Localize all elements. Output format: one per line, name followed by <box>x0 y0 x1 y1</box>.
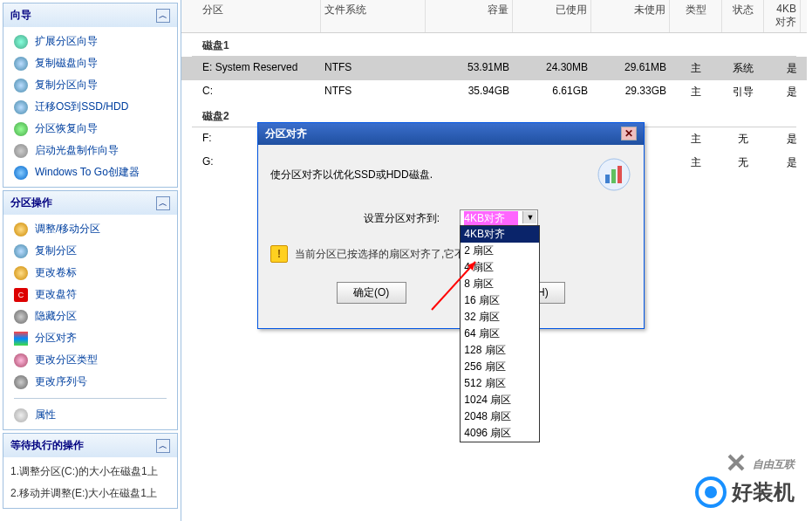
dd-item[interactable]: 64 扇区 <box>461 326 539 342</box>
chevron-down-icon[interactable]: ▼ <box>522 211 536 223</box>
ops-item-resize[interactable]: 调整/移动分区 <box>3 218 177 240</box>
dd-item[interactable]: 4096 扇区 <box>461 425 539 442</box>
ops-item-hide[interactable]: 隐藏分区 <box>3 305 177 327</box>
col-partition[interactable]: 分区 <box>181 0 321 32</box>
dialog-message: 使分区对齐以优化SSD或HDD磁盘. <box>270 168 588 182</box>
ops-panel: 分区操作 ︿ 调整/移动分区 复制分区 更改卷标 C更改盘符 隐藏分区 分区对齐… <box>3 190 178 430</box>
pending-item-1[interactable]: 1.调整分区(C:)的大小在磁盘1上 <box>3 461 177 483</box>
pending-panel: 等待执行的操作 ︿ 1.调整分区(C:)的大小在磁盘1上 2.移动并调整(E:)… <box>3 433 178 509</box>
wizard-item-recover[interactable]: 分区恢复向导 <box>3 118 177 140</box>
wizard-panel-header[interactable]: 向导 ︿ <box>3 3 177 27</box>
label-icon <box>14 266 28 280</box>
wizard-panel: 向导 ︿ 扩展分区向导 复制磁盘向导 复制分区向导 迁移OS到SSD/HDD 分… <box>3 3 178 188</box>
col-free[interactable]: 未使用 <box>591 0 670 32</box>
wizard-item-copy-disk[interactable]: 复制磁盘向导 <box>3 52 177 74</box>
disk1-group-label[interactable]: 磁盘1 <box>181 33 807 56</box>
col-filesystem[interactable]: 文件系统 <box>321 0 426 32</box>
ops-item-type[interactable]: 更改分区类型 <box>3 349 177 371</box>
svg-rect-1 <box>605 175 610 183</box>
dd-item[interactable]: 16 扇区 <box>461 292 539 309</box>
col-type[interactable]: 类型 <box>670 0 722 32</box>
dialog-title-text: 分区对齐 <box>265 127 307 141</box>
wizard-item-bootdisc[interactable]: 启动光盘制作向导 <box>3 140 177 161</box>
wizard-panel-title: 向导 <box>10 8 31 23</box>
circle-icon <box>695 476 727 508</box>
pending-item-2[interactable]: 2.移动并调整(E:)大小在磁盘1上 <box>3 483 177 504</box>
wizard-item-migrate-os[interactable]: 迁移OS到SSD/HDD <box>3 96 177 118</box>
wizard-item-extend[interactable]: 扩展分区向导 <box>3 31 177 52</box>
setting-label: 设置分区对齐到: <box>364 212 440 224</box>
svg-rect-3 <box>618 166 622 183</box>
watermark-haozhuangji: 好装机 <box>695 476 795 508</box>
ops-item-align[interactable]: 分区对齐 <box>3 327 177 349</box>
dd-item[interactable]: 128 扇区 <box>461 342 539 359</box>
wizard-item-wintogo[interactable]: Windows To Go创建器 <box>3 161 177 183</box>
warning-icon: ! <box>270 245 288 263</box>
pending-panel-header[interactable]: 等待执行的操作 ︿ <box>3 434 177 457</box>
col-status[interactable]: 状态 <box>722 0 764 32</box>
extend-partition-icon <box>14 35 28 49</box>
ops-item-serial[interactable]: 更改序列号 <box>3 371 177 393</box>
col-capacity[interactable]: 容量 <box>426 0 513 32</box>
migrate-os-icon <box>14 100 28 114</box>
copy-partition-icon <box>14 79 28 93</box>
dd-item[interactable]: 1024 扇区 <box>461 392 539 408</box>
letter-icon: C <box>14 288 28 302</box>
dd-item[interactable]: 2048 扇区 <box>461 408 539 425</box>
dialog-titlebar[interactable]: 分区对齐 ✕ <box>258 123 644 145</box>
ok-button[interactable]: 确定(O) <box>337 282 406 304</box>
dd-item[interactable]: 2 扇区 <box>461 243 539 259</box>
collapse-icon[interactable]: ︿ <box>156 439 170 453</box>
align-dialog: 分区对齐 ✕ 使分区对齐以优化SSD或HDD磁盘. 设置分区对齐到: 4KB对齐… <box>257 122 645 329</box>
wizard-item-copy-partition[interactable]: 复制分区向导 <box>3 74 177 96</box>
divider <box>14 398 167 399</box>
copy-icon <box>14 244 28 258</box>
dropdown-list: 4KB对齐 2 扇区 4 扇区 8 扇区 16 扇区 32 扇区 64 扇区 1… <box>460 225 540 442</box>
dd-item[interactable]: 4 扇区 <box>461 259 539 276</box>
collapse-icon[interactable]: ︿ <box>156 9 170 23</box>
watermark-ziyouhulian: 自由互联 <box>726 449 795 473</box>
recover-icon <box>14 122 28 136</box>
align-icon <box>14 332 28 346</box>
hide-icon <box>14 310 28 324</box>
properties-icon <box>14 408 28 422</box>
ops-item-label[interactable]: 更改卷标 <box>3 262 177 284</box>
dd-item[interactable]: 4KB对齐 <box>461 226 539 243</box>
windows-icon <box>14 166 28 180</box>
ops-item-copy[interactable]: 复制分区 <box>3 240 177 262</box>
pending-panel-title: 等待执行的操作 <box>10 438 84 453</box>
ops-panel-header[interactable]: 分区操作 ︿ <box>3 191 177 215</box>
table-row-c[interactable]: C: NTFS 35.94GB 6.61GB 29.33GB 主 引导 是 <box>181 80 807 104</box>
ops-panel-title: 分区操作 <box>10 195 52 210</box>
ops-item-letter[interactable]: C更改盘符 <box>3 284 177 305</box>
col-4kb[interactable]: 4KB对齐 <box>764 0 801 32</box>
bootdisc-icon <box>14 144 28 158</box>
collapse-icon[interactable]: ︿ <box>156 196 170 210</box>
svg-rect-2 <box>611 169 616 183</box>
chart-icon <box>597 157 631 192</box>
x-icon <box>726 452 747 473</box>
dd-item[interactable]: 256 扇区 <box>461 359 539 375</box>
alignment-dropdown[interactable]: 4KB对齐 ▼ 4KB对齐 2 扇区 4 扇区 8 扇区 16 扇区 32 扇区… <box>460 209 538 228</box>
dd-item[interactable]: 32 扇区 <box>461 309 539 326</box>
table-row-e[interactable]: E: System Reserved NTFS 53.91MB 24.30MB … <box>181 57 807 80</box>
column-headers: 分区 文件系统 容量 已使用 未使用 类型 状态 4KB对齐 <box>181 0 807 33</box>
resize-icon <box>14 223 28 237</box>
type-icon <box>14 353 28 367</box>
dd-item[interactable]: 512 扇区 <box>461 375 539 392</box>
col-used[interactable]: 已使用 <box>513 0 591 32</box>
ops-item-properties[interactable]: 属性 <box>3 404 177 426</box>
close-button[interactable]: ✕ <box>621 127 637 141</box>
copy-disk-icon <box>14 57 28 71</box>
serial-icon <box>14 375 28 389</box>
dd-item[interactable]: 8 扇区 <box>461 276 539 292</box>
